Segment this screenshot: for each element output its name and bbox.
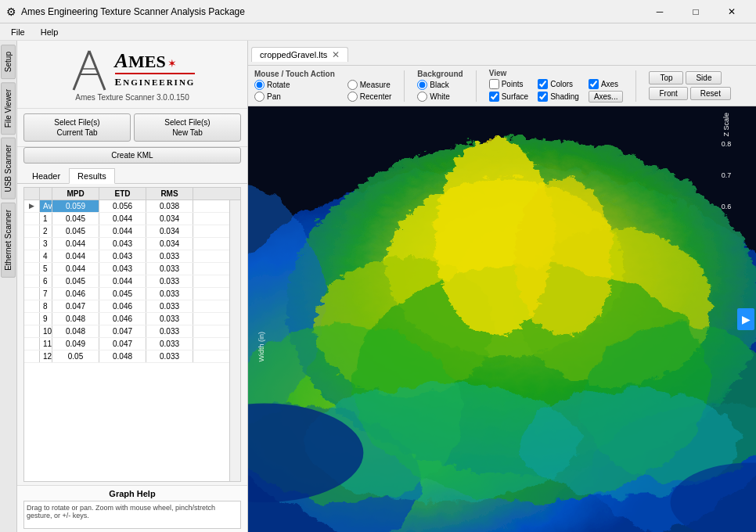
select-current-tab-button[interactable]: Select File(s) Current Tab: [23, 113, 131, 142]
table-row[interactable]: 6 0.045 0.044 0.033: [24, 275, 229, 288]
table-row[interactable]: 1 0.045 0.044 0.034: [24, 213, 229, 225]
row-rms: 0.038: [146, 200, 193, 212]
maximize-button[interactable]: □: [678, 0, 714, 23]
row-rms: 0.034: [146, 238, 193, 250]
table-row[interactable]: 8 0.047 0.046 0.033: [24, 300, 229, 313]
axes-settings-button[interactable]: Axes...: [589, 91, 624, 102]
tab-results[interactable]: Results: [69, 168, 115, 184]
row-rms: 0.033: [146, 325, 193, 337]
radio-black-input[interactable]: [417, 80, 427, 90]
menu-bar: File Help: [0, 23, 756, 41]
file-tab-bar: croppedGravel.lts ✕: [248, 41, 756, 66]
check-axes-label: Axes: [601, 80, 618, 88]
table-row[interactable]: ▶ Avg 0.059 0.056 0.038: [24, 200, 229, 213]
table-row[interactable]: 10 0.048 0.047 0.033: [24, 325, 229, 338]
row-marker: [24, 238, 40, 250]
file-tab-name: croppedGravel.lts: [260, 50, 327, 59]
create-kml-button[interactable]: Create KML: [23, 147, 241, 164]
reset-view-button[interactable]: Reset: [690, 87, 731, 100]
check-colors-input[interactable]: [538, 79, 548, 89]
menu-file[interactable]: File: [3, 26, 33, 38]
row-rms: 0.033: [146, 288, 193, 300]
check-points-input[interactable]: [489, 79, 499, 89]
radio-black[interactable]: Black: [417, 80, 463, 90]
row-rms: 0.033: [146, 350, 193, 362]
check-axes[interactable]: Axes: [589, 79, 624, 89]
row-mpd: 0.048: [52, 313, 99, 325]
table-row[interactable]: 2 0.045 0.044 0.034: [24, 225, 229, 238]
z-mark-1: 0.7: [722, 171, 732, 179]
radio-white[interactable]: White: [417, 92, 463, 102]
table-row[interactable]: 12 0.05 0.048 0.033: [24, 350, 229, 363]
row-mpd: 0.05: [52, 350, 99, 362]
check-colors[interactable]: Colors: [538, 79, 579, 89]
radio-measure[interactable]: Measure: [347, 80, 392, 90]
tab-header[interactable]: Header: [23, 168, 69, 183]
table-row[interactable]: 3 0.044 0.043 0.034: [24, 238, 229, 250]
menu-help[interactable]: Help: [33, 26, 67, 38]
radio-recenter[interactable]: Recenter: [347, 92, 392, 102]
row-etd: 0.047: [99, 338, 146, 350]
row-marker: [24, 313, 40, 325]
check-points[interactable]: Points: [489, 79, 528, 89]
width-label: Width (in): [257, 332, 265, 362]
check-shading-input[interactable]: [538, 92, 548, 102]
controls-bar: Mouse / Touch Action Rotate Pan x: [248, 66, 756, 106]
row-mpd: 0.049: [52, 338, 99, 350]
table-row[interactable]: 5 0.044 0.043 0.033: [24, 263, 229, 275]
radio-pan[interactable]: Pan: [254, 92, 335, 102]
top-view-button[interactable]: Top: [649, 71, 683, 84]
table-body[interactable]: ▶ Avg 0.059 0.056 0.038 1 0.045 0.044 0.…: [24, 200, 229, 481]
side-view-button[interactable]: Side: [686, 71, 722, 84]
scroll-right-button[interactable]: ▶: [737, 308, 754, 330]
data-table-container: MPD ETD RMS ▶ Avg 0.059 0.056 0.038 1 0.…: [23, 187, 241, 482]
row-rms: 0.034: [146, 225, 193, 237]
terrain-canvas: [248, 106, 756, 532]
minimize-button[interactable]: ─: [642, 0, 678, 23]
graph-help-title: Graph Help: [23, 489, 241, 498]
select-new-tab-button[interactable]: Select File(s) New Tab: [134, 113, 241, 142]
check-shading[interactable]: Shading: [538, 91, 579, 102]
close-button[interactable]: ✕: [714, 0, 750, 23]
vtab-file-viewer[interactable]: File Viewer: [1, 82, 16, 135]
table-row[interactable]: 11 0.049 0.047 0.033: [24, 338, 229, 350]
front-view-button[interactable]: Front: [649, 87, 687, 100]
table-scrollbar[interactable]: [229, 200, 240, 481]
view-buttons-group: Top Side Front Reset: [649, 71, 730, 100]
table-row[interactable]: 9 0.048 0.046 0.033: [24, 313, 229, 325]
vtab-ethernet-scanner[interactable]: Ethernet Scanner: [1, 203, 16, 278]
col-h-marker: [24, 188, 40, 200]
row-label: 9: [40, 313, 52, 325]
logo-star: ✶: [167, 57, 177, 70]
logo-area: A MES ✶ ENGINEERING Ames Texture Scanner…: [17, 41, 247, 109]
row-label: 7: [40, 288, 52, 300]
vtab-setup[interactable]: Setup: [1, 45, 16, 79]
radio-rotate[interactable]: Rotate: [254, 80, 335, 90]
app-icon: ⚙: [6, 5, 16, 18]
row-etd: 0.046: [99, 300, 146, 312]
row-etd: 0.044: [99, 275, 146, 287]
title-text: Ames Engineering Texture Scanner Analysi…: [21, 6, 642, 17]
separator1: [404, 70, 405, 102]
check-axes-input[interactable]: [589, 79, 599, 89]
row-rms: 0.033: [146, 250, 193, 262]
view-btn-row-2: Front Reset: [649, 87, 730, 100]
table-row[interactable]: 7 0.046 0.045 0.033: [24, 288, 229, 300]
svg-line-1: [89, 51, 105, 90]
file-tab[interactable]: croppedGravel.lts ✕: [251, 47, 348, 62]
data-tabs: Header Results: [17, 168, 247, 184]
vtab-usb-scanner[interactable]: USB Scanner: [1, 138, 16, 200]
row-label: 4: [40, 250, 52, 262]
radio-rotate-input[interactable]: [254, 80, 265, 90]
title-bar: ⚙ Ames Engineering Texture Scanner Analy…: [0, 0, 756, 23]
radio-white-input[interactable]: [417, 92, 427, 102]
check-surface[interactable]: Surface: [489, 91, 528, 102]
check-surface-input[interactable]: [489, 92, 499, 102]
radio-recenter-input[interactable]: [347, 92, 358, 102]
table-row[interactable]: 4 0.044 0.043 0.033: [24, 250, 229, 263]
file-tab-close-button[interactable]: ✕: [332, 50, 340, 59]
radio-pan-input[interactable]: [254, 92, 265, 102]
3d-viewer[interactable]: Z Scale 0.8 0.7 0.6 Width (in) ▶: [248, 106, 756, 532]
radio-measure-input[interactable]: [347, 80, 358, 90]
radio-measure-label: Measure: [360, 81, 391, 89]
